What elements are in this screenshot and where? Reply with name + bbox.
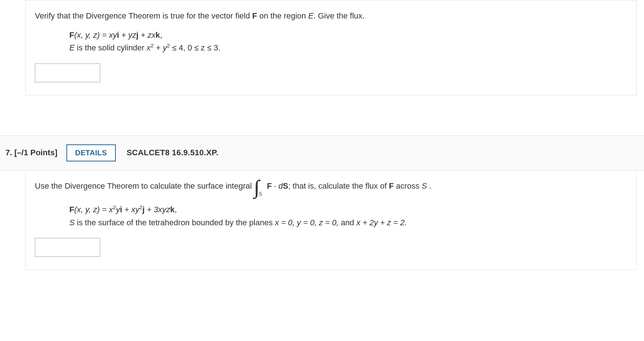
q6-prompt-text-pre: Verify that the Divergence Theorem is tr… (35, 11, 252, 20)
q6-E-symbol: E (69, 44, 75, 53)
q6-answer-input[interactable] (35, 63, 100, 82)
q6-E-text: is the solid cylinder (75, 44, 147, 53)
q6-prompt-F: F (252, 11, 257, 20)
q7-F-symbol: F (69, 205, 74, 214)
q7-plus2: + 3xyz (144, 205, 170, 214)
q7-source-ref: SCALCET8 16.9.510.XP. (127, 148, 219, 157)
q7-prompt-period: . (429, 180, 431, 192)
q6-equation-F: F(x, y, z) = xyi + yzj + zxk, (69, 29, 627, 41)
q7-int-F: F (267, 181, 272, 190)
q7-number: 7. [–/1 Points] (5, 148, 57, 157)
q7-prompt-across: across (396, 180, 420, 192)
q7-equation-S: S is the surface of the tetrahedron boun… (69, 216, 627, 229)
question-7-equations: F(x, y, z) = x2yi + xy2j + 3xyzk, S is t… (69, 203, 627, 229)
question-6-body: Verify that the Divergence Theorem is tr… (25, 0, 637, 95)
q7-int-dot: · (272, 181, 278, 190)
q6-E-y: y (163, 44, 167, 53)
q6-E-sup2: 2 (167, 42, 170, 49)
integral-subscript: S (259, 189, 262, 199)
question-6-prompt: Verify that the Divergence Theorem is tr… (35, 9, 627, 22)
q7-S-symbol: S (69, 218, 75, 227)
q7-F-open: (x, y, z) = x (74, 205, 113, 214)
double-integral-icon: ∫∫ (254, 181, 255, 193)
q7-S-text: is the surface of the tetrahedron bounde… (75, 218, 275, 227)
q6-E-rest: ≤ 4, 0 ≤ z ≤ 3. (170, 44, 220, 53)
q7-prompt-mid: that is, calculate the flux of (293, 180, 387, 192)
q7-k-vector: k (170, 205, 175, 214)
q6-equation-E: E is the solid cylinder x2 + y2 ≤ 4, 0 ≤… (69, 41, 627, 54)
q7-prompt-pre: Use the Divergence Theorem to calculate … (35, 180, 252, 192)
q7-sup1: 2 (113, 204, 116, 210)
q6-prompt-text-mid: on the region (257, 11, 308, 20)
details-button[interactable]: DETAILS (66, 144, 116, 161)
q7-int-d: d (278, 181, 283, 190)
q6-plus1: + yz (119, 30, 136, 40)
q6-F-symbol: F (69, 30, 74, 40)
question-7-body: Use the Divergence Theorem to calculate … (25, 170, 637, 270)
q7-prompt-S: S (422, 180, 427, 192)
q6-plus2: + zx (138, 30, 155, 40)
q6-prompt-E: E (308, 11, 314, 20)
q7-S-math: x = 0, y = 0, z = 0, (275, 218, 338, 227)
q6-k-vector: k (155, 30, 160, 40)
q7-num-text: 7. (5, 148, 12, 157)
q6-F-args: (x, y, z) = xy (74, 30, 117, 40)
q7-prompt-F2: F (389, 180, 394, 192)
q7-p1: y (116, 205, 120, 214)
q6-prompt-text-post: . Give the flux. (314, 11, 365, 20)
question-7-header: 7. [–/1 Points] DETAILS SCALCET8 16.9.51… (0, 135, 644, 170)
q7-S-and: and (339, 218, 356, 227)
q7-equation-F: F(x, y, z) = x2yi + xy2j + 3xyzk, (69, 203, 627, 216)
q7-F-comma: , (175, 205, 177, 214)
question-6-equations: F(x, y, z) = xyi + yzj + zxk, E is the s… (69, 29, 627, 54)
q6-F-comma: , (160, 30, 162, 40)
q7-int-semicolon: ; (288, 181, 290, 190)
q7-plus1: + xy (122, 205, 139, 214)
q7-int-S: S (283, 181, 288, 190)
q7-prompt: Use the Divergence Theorem to calculate … (35, 180, 627, 192)
q7-answer-input[interactable] (35, 238, 100, 257)
q7-points: [–/1 Points] (14, 148, 57, 157)
q6-E-x: x (147, 44, 151, 53)
q6-E-plus: + (154, 44, 163, 53)
q7-S-last: x + 2y + z = 2. (356, 218, 407, 227)
